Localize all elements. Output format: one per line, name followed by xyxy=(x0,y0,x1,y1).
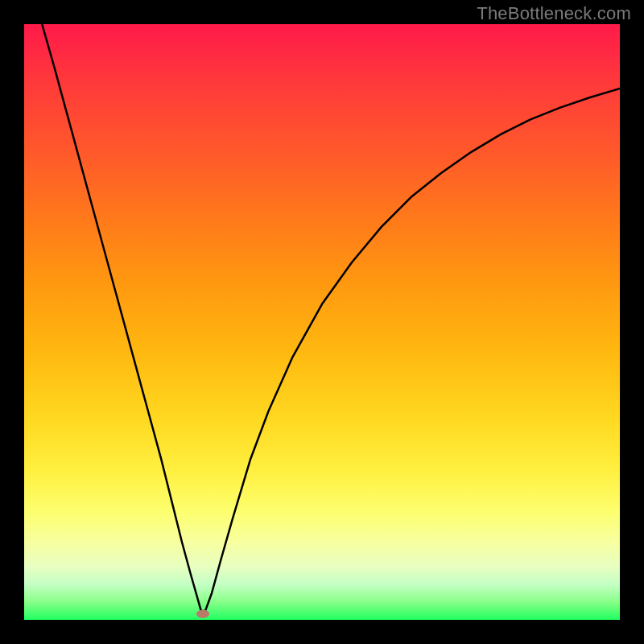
minimum-marker xyxy=(196,609,209,617)
curve-svg xyxy=(24,24,620,620)
bottleneck-curve xyxy=(42,24,620,611)
plot-area xyxy=(24,24,620,620)
watermark-text: TheBottleneck.com xyxy=(477,3,631,24)
chart-container: TheBottleneck.com xyxy=(0,0,644,644)
